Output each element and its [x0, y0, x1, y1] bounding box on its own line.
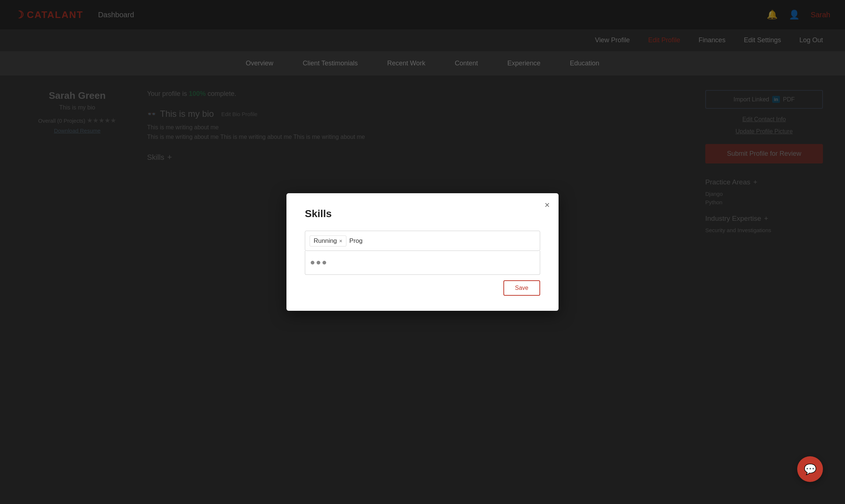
skills-search-input[interactable] — [349, 237, 535, 245]
skills-modal: × Skills Running × Save — [286, 193, 559, 311]
save-skills-button[interactable]: Save — [503, 280, 540, 296]
chat-icon: 💬 — [804, 463, 817, 475]
dot-2 — [317, 261, 320, 264]
modal-footer: Save — [305, 280, 540, 296]
chat-bubble-button[interactable]: 💬 — [797, 456, 823, 482]
skills-dropdown — [305, 251, 540, 275]
modal-title: Skills — [305, 208, 540, 220]
dot-3 — [322, 261, 326, 264]
loading-dots — [311, 261, 326, 264]
remove-running-skill-button[interactable]: × — [339, 238, 342, 244]
running-skill-tag: Running × — [310, 235, 346, 246]
dot-1 — [311, 261, 314, 264]
modal-overlay: × Skills Running × Save — [0, 0, 845, 504]
modal-close-button[interactable]: × — [545, 201, 550, 209]
skills-input-area[interactable]: Running × — [305, 231, 540, 251]
running-skill-label: Running — [314, 237, 337, 245]
